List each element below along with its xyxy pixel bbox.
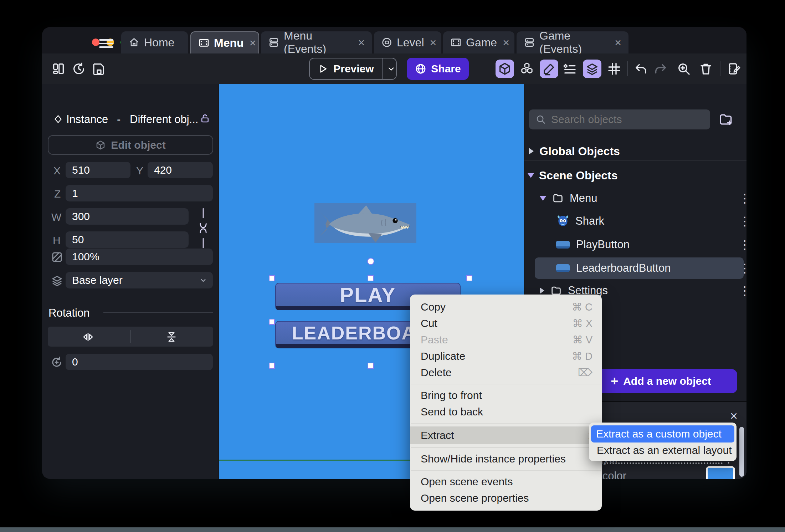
instance-diamond-icon xyxy=(53,114,63,124)
chevron-down-icon[interactable] xyxy=(386,63,396,74)
instance-list-toggle[interactable] xyxy=(560,60,579,78)
extract-submenu: Extract as a custom object Extract as an… xyxy=(589,423,737,461)
flip-vertical-icon[interactable] xyxy=(165,331,178,343)
tab-menu[interactable]: Menu × xyxy=(190,31,259,53)
link-size-icon[interactable] xyxy=(198,207,208,250)
z-label: Z xyxy=(54,188,61,200)
edit-object-button[interactable]: Edit object xyxy=(48,135,213,155)
history-button[interactable] xyxy=(70,60,88,78)
layers-panel-toggle[interactable] xyxy=(583,60,601,78)
layer-select[interactable]: Base layer xyxy=(66,272,213,288)
redo-button[interactable] xyxy=(651,60,670,78)
opacity-icon xyxy=(51,251,63,264)
home-icon xyxy=(128,37,140,48)
shark-image xyxy=(314,203,416,243)
add-object-button[interactable]: + Add a new object xyxy=(585,369,737,393)
global-objects-row[interactable]: Global Objects xyxy=(529,141,743,161)
grid-toggle[interactable] xyxy=(605,60,624,78)
tab-close-icon[interactable]: × xyxy=(250,36,256,50)
menu-item-copy[interactable]: Copy⌘ C xyxy=(410,299,602,315)
selection-handle-w[interactable] xyxy=(269,319,275,325)
object-row-leaderboardbutton-selected[interactable]: LeaderboardButton ⋮ xyxy=(535,257,744,279)
y-field[interactable]: 420 xyxy=(148,162,213,178)
selection-handle-n[interactable] xyxy=(368,275,374,281)
menu-item-delete[interactable]: Delete⌦ xyxy=(410,364,602,381)
rotation-field[interactable]: 0 xyxy=(66,354,213,370)
flip-horizontal-icon[interactable] xyxy=(82,331,94,343)
h-field[interactable]: 50 xyxy=(66,231,189,248)
edit-scene-button[interactable] xyxy=(725,60,743,78)
object-row-shark[interactable]: Shark xyxy=(556,211,734,231)
properties-panel-toggle[interactable] xyxy=(540,60,558,78)
menu-item-open-scene-properties[interactable]: Open scene properties xyxy=(410,490,602,506)
scene-objects-label: Scene Objects xyxy=(539,169,618,182)
menu-item-duplicate[interactable]: Duplicate⌘ D xyxy=(410,348,602,364)
scene-objects-row[interactable]: Scene Objects xyxy=(528,165,742,185)
menu-item-extract[interactable]: Extract› xyxy=(410,426,602,444)
panels-layout-button[interactable] xyxy=(49,60,68,78)
history-icon xyxy=(72,62,86,76)
close-window-button[interactable] xyxy=(92,39,99,46)
shark-sprite[interactable] xyxy=(314,203,416,243)
layer-icon xyxy=(51,274,63,287)
menu-item-show-hide-instance-properties[interactable]: Show/Hide instance properties xyxy=(410,451,602,467)
z-field[interactable]: 1 xyxy=(66,185,213,201)
selection-handle-sw[interactable] xyxy=(269,363,275,369)
menu-item-send-to-back[interactable]: Send to back xyxy=(410,404,602,420)
cube-2d-icon xyxy=(95,140,106,150)
tab-label: Home xyxy=(144,36,174,49)
play-button-text: PLAY xyxy=(340,283,396,307)
object-row-playbutton[interactable]: PlayButton xyxy=(556,235,734,255)
zoom-button[interactable] xyxy=(674,60,693,78)
w-field[interactable]: 300 xyxy=(66,208,189,225)
opacity-field[interactable]: 100% xyxy=(66,249,213,265)
submenu-item-extract-custom-object[interactable]: Extract as a custom object xyxy=(591,425,734,443)
submenu-item-extract-external-layout[interactable]: Extract as an external layout xyxy=(591,443,734,458)
tab-game[interactable]: Game × xyxy=(443,31,514,53)
undo-button[interactable] xyxy=(632,60,650,78)
save-button[interactable] xyxy=(90,60,108,78)
tab-level[interactable]: Level × xyxy=(374,31,441,53)
selection-handle-s[interactable] xyxy=(368,363,374,369)
tab-home[interactable]: Home xyxy=(121,31,188,53)
menu-item-bring-to-front[interactable]: Bring to front xyxy=(410,387,602,404)
tab-close-icon[interactable]: × xyxy=(358,36,365,49)
shark-kebab-icon[interactable]: ⋮ xyxy=(739,214,746,228)
tab-menu-events[interactable]: Menu (Events) × xyxy=(261,31,372,53)
share-button[interactable]: Share xyxy=(407,58,469,80)
tab-game-events[interactable]: Game (Events) × xyxy=(517,31,628,53)
scrollbar-thumb[interactable] xyxy=(739,427,744,477)
object-row-leaderboardbutton[interactable]: LeaderboardButton xyxy=(556,258,727,278)
shortcut: ⌘ X xyxy=(573,317,592,329)
menu-item-open-scene-events[interactable]: Open scene events xyxy=(410,474,602,490)
selection-handle-ne[interactable] xyxy=(466,275,472,281)
button-object-icon xyxy=(556,264,570,272)
folder-row-menu[interactable]: Menu xyxy=(540,188,739,208)
divider xyxy=(524,160,746,161)
search-input[interactable] xyxy=(551,113,701,126)
leaderboardbutton-kebab-icon[interactable]: ⋮ xyxy=(739,261,746,275)
preview-button[interactable]: Preview xyxy=(309,58,397,80)
tab-close-icon[interactable]: × xyxy=(503,36,509,49)
y-label: Y xyxy=(136,165,143,177)
delete-button[interactable] xyxy=(697,60,715,78)
search-icon xyxy=(535,114,546,125)
objects-panel-toggle[interactable] xyxy=(496,60,514,78)
color-swatch[interactable] xyxy=(706,466,735,479)
x-field[interactable]: 510 xyxy=(66,162,130,178)
tab-close-icon[interactable]: × xyxy=(430,36,437,49)
main-menu-icon[interactable] xyxy=(99,37,113,47)
menu-kebab-icon[interactable]: ⋮ xyxy=(739,191,746,205)
playbutton-kebab-icon[interactable]: ⋮ xyxy=(739,237,746,252)
rotation-handle[interactable] xyxy=(367,258,374,265)
menu-item-cut[interactable]: Cut⌘ X xyxy=(410,315,602,332)
redo-icon xyxy=(653,62,668,76)
chevron-down-icon xyxy=(540,196,546,201)
instances-panel-toggle[interactable] xyxy=(518,60,536,78)
lock-open-icon[interactable] xyxy=(200,113,210,124)
layers-close-icon[interactable]: × xyxy=(730,410,738,423)
add-folder-icon[interactable] xyxy=(718,112,734,127)
settings-kebab-icon[interactable]: ⋮ xyxy=(739,283,746,298)
selection-handle-nw[interactable] xyxy=(269,275,275,281)
tab-close-icon[interactable]: × xyxy=(615,36,621,49)
